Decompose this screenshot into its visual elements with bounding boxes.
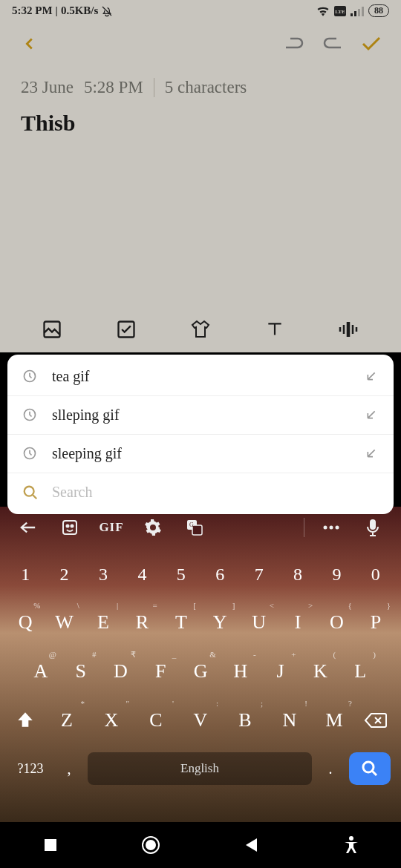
search-action-key[interactable] bbox=[349, 752, 391, 785]
redo-button[interactable] bbox=[321, 32, 345, 56]
translate-icon[interactable]: G bbox=[177, 514, 212, 541]
svg-point-25 bbox=[146, 841, 155, 849]
back-button[interactable] bbox=[18, 32, 42, 56]
svg-point-26 bbox=[349, 836, 353, 841]
shift-key[interactable] bbox=[6, 702, 45, 739]
history-icon bbox=[22, 407, 39, 424]
back-nav-button[interactable] bbox=[236, 830, 266, 860]
symbols-key[interactable]: ?123 bbox=[10, 761, 50, 777]
svg-rect-16 bbox=[192, 525, 202, 535]
battery-indicator: 88 bbox=[368, 4, 389, 17]
key-7[interactable]: 7 bbox=[239, 556, 278, 594]
shirt-icon[interactable] bbox=[189, 318, 212, 341]
key-z[interactable]: *Z bbox=[45, 700, 89, 740]
char-count: 5 characters bbox=[165, 78, 247, 97]
key-5[interactable]: 5 bbox=[162, 556, 200, 594]
backspace-key[interactable] bbox=[356, 703, 395, 738]
key-r[interactable]: =R bbox=[123, 602, 161, 642]
svg-rect-5 bbox=[362, 7, 364, 16]
key-j[interactable]: +J bbox=[261, 651, 301, 691]
key-6[interactable]: 6 bbox=[200, 556, 239, 594]
insert-arrow-icon[interactable] bbox=[365, 370, 379, 384]
search-history-item[interactable]: sleeping gif bbox=[7, 435, 394, 473]
checklist-icon[interactable] bbox=[115, 318, 137, 341]
home-button[interactable] bbox=[136, 830, 166, 860]
search-input-row[interactable]: Search bbox=[7, 473, 394, 511]
key-m[interactable]: ?M bbox=[312, 700, 356, 740]
key-1[interactable]: 1 bbox=[6, 556, 45, 594]
svg-point-11 bbox=[25, 486, 34, 496]
key-k[interactable]: (K bbox=[300, 651, 340, 691]
note-body[interactable]: Thisb bbox=[0, 103, 401, 143]
mic-icon[interactable] bbox=[355, 514, 391, 541]
svg-point-22 bbox=[363, 762, 374, 772]
key-n[interactable]: !N bbox=[267, 700, 312, 740]
search-suggestion-popup: tea gif slleping gif sleeping gif Search bbox=[7, 355, 394, 514]
image-icon[interactable] bbox=[41, 318, 63, 341]
key-l[interactable]: )L bbox=[340, 651, 380, 691]
key-i[interactable]: >I bbox=[278, 602, 317, 642]
kb-back-icon[interactable] bbox=[10, 514, 46, 541]
key-v[interactable]: :V bbox=[178, 700, 223, 740]
key-o[interactable]: {O bbox=[317, 602, 356, 642]
wifi-icon bbox=[316, 6, 330, 16]
key-d[interactable]: ₹D bbox=[101, 651, 141, 691]
key-b[interactable]: ;B bbox=[223, 700, 267, 740]
svg-rect-12 bbox=[63, 521, 76, 534]
undo-button[interactable] bbox=[282, 32, 306, 56]
svg-point-20 bbox=[336, 526, 339, 530]
key-f[interactable]: _F bbox=[140, 651, 180, 691]
dnd-icon bbox=[101, 5, 113, 17]
key-9[interactable]: 9 bbox=[317, 556, 356, 594]
gif-button[interactable]: GIF bbox=[94, 514, 129, 541]
key-4[interactable]: 4 bbox=[123, 556, 161, 594]
accessibility-button[interactable] bbox=[336, 830, 366, 860]
key-s[interactable]: #S bbox=[61, 651, 101, 691]
key-e[interactable]: |E bbox=[84, 602, 123, 642]
period-key[interactable]: . bbox=[319, 760, 342, 777]
key-2[interactable]: 2 bbox=[45, 556, 83, 594]
svg-point-14 bbox=[71, 525, 74, 527]
spacebar[interactable]: English bbox=[88, 752, 312, 785]
key-c[interactable]: 'C bbox=[134, 700, 178, 740]
svg-rect-21 bbox=[370, 519, 376, 530]
text-format-icon[interactable] bbox=[264, 318, 286, 341]
key-0[interactable]: 0 bbox=[356, 556, 395, 594]
svg-text:G: G bbox=[189, 522, 194, 528]
settings-icon[interactable] bbox=[135, 514, 171, 541]
key-h[interactable]: -H bbox=[221, 651, 261, 691]
sticker-icon[interactable] bbox=[52, 514, 88, 541]
insert-arrow-icon[interactable] bbox=[365, 409, 379, 422]
app-toolbar bbox=[0, 22, 401, 66]
key-a[interactable]: @A bbox=[21, 651, 61, 691]
recent-apps-button[interactable] bbox=[36, 830, 65, 860]
key-y[interactable]: ]Y bbox=[200, 602, 239, 642]
confirm-button[interactable] bbox=[359, 32, 383, 56]
svg-point-13 bbox=[67, 525, 69, 527]
search-placeholder: Search bbox=[52, 484, 379, 501]
key-u[interactable]: <U bbox=[239, 602, 278, 642]
editor-toolbar bbox=[0, 306, 401, 352]
key-q[interactable]: %Q bbox=[6, 602, 45, 642]
audio-icon[interactable] bbox=[338, 318, 360, 341]
status-speed: 0.5KB/s bbox=[61, 4, 98, 17]
status-time: 5:32 PM bbox=[12, 4, 53, 17]
key-x[interactable]: "X bbox=[89, 700, 134, 740]
search-history-item[interactable]: slleping gif bbox=[7, 396, 394, 435]
key-p[interactable]: }P bbox=[356, 602, 395, 642]
key-t[interactable]: [T bbox=[162, 602, 200, 642]
note-metadata: 23 June 5:28 PM 5 characters bbox=[0, 66, 401, 103]
insert-arrow-icon[interactable] bbox=[365, 447, 379, 461]
comma-key[interactable]: , bbox=[58, 760, 80, 777]
key-g[interactable]: &G bbox=[180, 651, 221, 691]
key-8[interactable]: 8 bbox=[278, 556, 317, 594]
note-time: 5:28 PM bbox=[84, 78, 143, 97]
svg-rect-4 bbox=[358, 9, 360, 16]
key-w[interactable]: \W bbox=[45, 602, 83, 642]
search-history-item[interactable]: tea gif bbox=[7, 358, 394, 396]
svg-rect-3 bbox=[354, 11, 356, 16]
key-3[interactable]: 3 bbox=[84, 556, 123, 594]
history-icon bbox=[22, 369, 39, 385]
svg-rect-23 bbox=[45, 839, 56, 851]
more-icon[interactable] bbox=[313, 514, 349, 541]
